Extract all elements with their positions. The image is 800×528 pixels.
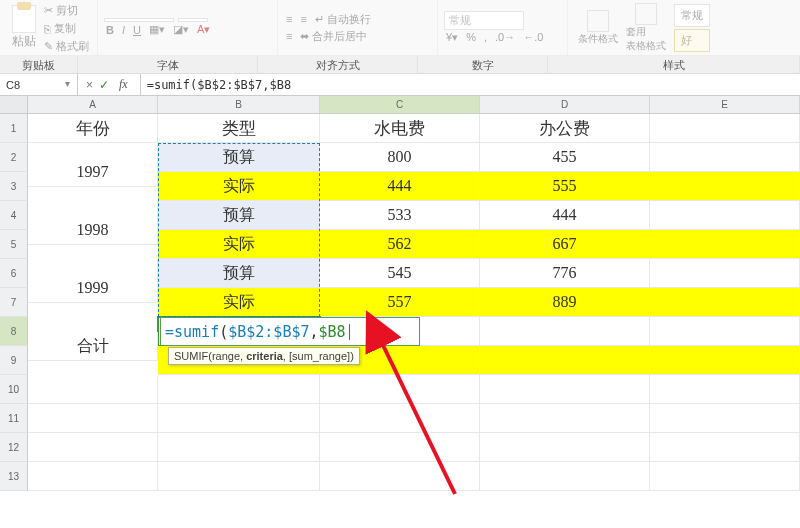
cond-format-button[interactable]: 条件格式 xyxy=(578,10,618,46)
row-header[interactable]: 6 xyxy=(0,259,28,288)
cell-A1[interactable]: 年份 xyxy=(28,114,158,143)
fill-color-button[interactable]: ◪▾ xyxy=(171,22,191,37)
dec-decimal-button[interactable]: ←.0 xyxy=(521,30,545,44)
column-header-row: A B C D E xyxy=(0,96,800,114)
cell-E2[interactable] xyxy=(650,143,800,172)
fx-icon[interactable]: fx xyxy=(115,77,132,92)
format-painter-button[interactable]: ✎ 格式刷 xyxy=(42,38,91,55)
cell-A5-merged[interactable]: 1998 xyxy=(28,216,158,245)
cell-E3[interactable] xyxy=(650,172,800,201)
cell-C3[interactable]: 444 xyxy=(320,172,480,201)
cond-format-icon xyxy=(587,10,609,32)
ribbon: 粘贴 ✂ 剪切 ⎘ 复制 ✎ 格式刷 B I U ▦▾ ◪▾ xyxy=(0,0,800,56)
merge-button[interactable]: ⬌合并后居中 xyxy=(298,28,369,45)
row-header[interactable]: 11 xyxy=(0,404,28,433)
row-header[interactable]: 5 xyxy=(0,230,28,259)
cell-A9-merged[interactable]: 合计 xyxy=(28,332,158,361)
cell-B6[interactable]: 预算 xyxy=(158,259,320,288)
cell-D6[interactable]: 776 xyxy=(480,259,650,288)
text-cursor xyxy=(349,324,350,340)
spreadsheet-grid[interactable]: 1 年份 类型 水电费 办公费 2 预算 800 455 3 1997 实际 4… xyxy=(0,114,800,491)
cell-B7[interactable]: 实际 xyxy=(158,288,320,317)
wrap-button[interactable]: ↵自动换行 xyxy=(313,11,373,28)
align-mid-button[interactable]: ≡ xyxy=(298,12,308,26)
cell-D2[interactable]: 455 xyxy=(480,143,650,172)
brush-icon: ✎ xyxy=(44,40,53,53)
cell-E7[interactable] xyxy=(650,288,800,317)
cell-editor[interactable]: =sumif($B$2:$B$7,$B8 xyxy=(160,317,420,346)
cell-E8[interactable] xyxy=(650,317,800,346)
italic-button[interactable]: I xyxy=(120,23,127,37)
name-box[interactable]: C8 ▾ xyxy=(0,74,78,95)
confirm-formula-button[interactable]: ✓ xyxy=(99,78,109,92)
underline-button[interactable]: U xyxy=(131,23,143,37)
cell-B2[interactable]: 预算 xyxy=(158,143,320,172)
table-format-button[interactable]: 套用 表格格式 xyxy=(626,3,666,53)
col-header-E[interactable]: E xyxy=(650,96,800,113)
cell-B1[interactable]: 类型 xyxy=(158,114,320,143)
paste-label: 粘贴 xyxy=(12,33,36,50)
cell-B5[interactable]: 实际 xyxy=(158,230,320,259)
col-header-B[interactable]: B xyxy=(158,96,320,113)
row-header[interactable]: 8 xyxy=(0,317,28,346)
cell-style-good[interactable]: 好 xyxy=(674,29,710,52)
ribbon-section-labels: 剪贴板 字体 对齐方式 数字 样式 xyxy=(0,56,800,74)
cell-C5[interactable]: 562 xyxy=(320,230,480,259)
col-header-A[interactable]: A xyxy=(28,96,158,113)
select-all-corner[interactable] xyxy=(0,96,28,113)
number-format-select[interactable]: 常规 xyxy=(444,11,524,30)
cell-D4[interactable]: 444 xyxy=(480,201,650,230)
cell-E5[interactable] xyxy=(650,230,800,259)
name-box-dropdown-icon[interactable]: ▾ xyxy=(65,78,75,90)
paste-button[interactable]: 粘贴 xyxy=(6,2,42,53)
row-header[interactable]: 2 xyxy=(0,143,28,172)
cell-B3[interactable]: 实际 xyxy=(158,172,320,201)
cell-D8[interactable] xyxy=(480,317,650,346)
row-header[interactable]: 4 xyxy=(0,201,28,230)
cell-C2[interactable]: 800 xyxy=(320,143,480,172)
clipboard-icon xyxy=(12,5,36,33)
function-tooltip: SUMIF(range, criteria, [sum_range]) xyxy=(168,347,360,365)
percent-button[interactable]: % xyxy=(464,30,478,44)
cell-D7[interactable]: 889 xyxy=(480,288,650,317)
col-header-D[interactable]: D xyxy=(480,96,650,113)
formula-bar-input[interactable]: =sumif($B$2:$B$7,$B8 xyxy=(141,74,800,95)
cell-D3[interactable]: 555 xyxy=(480,172,650,201)
align-left-button[interactable]: ≡ xyxy=(284,29,294,43)
cell-D9[interactable] xyxy=(480,346,650,375)
cell-A7-merged[interactable]: 1999 xyxy=(28,274,158,303)
inc-decimal-button[interactable]: .0→ xyxy=(493,30,517,44)
copy-button[interactable]: ⎘ 复制 xyxy=(42,20,91,37)
comma-button[interactable]: , xyxy=(482,30,489,44)
font-color-button[interactable]: A▾ xyxy=(195,22,212,37)
cell-B4[interactable]: 预算 xyxy=(158,201,320,230)
row-header[interactable]: 12 xyxy=(0,433,28,462)
cell-D5[interactable]: 667 xyxy=(480,230,650,259)
cell-E4[interactable] xyxy=(650,201,800,230)
cell-C4[interactable]: 533 xyxy=(320,201,480,230)
cell-E6[interactable] xyxy=(650,259,800,288)
bold-button[interactable]: B xyxy=(104,23,116,37)
cell-E1[interactable] xyxy=(650,114,800,143)
cancel-formula-button[interactable]: × xyxy=(86,78,93,92)
row-header[interactable]: 1 xyxy=(0,114,28,143)
cell-style-normal[interactable]: 常规 xyxy=(674,4,710,27)
cell-C6[interactable]: 545 xyxy=(320,259,480,288)
col-header-C[interactable]: C xyxy=(320,96,480,113)
row-header[interactable]: 13 xyxy=(0,462,28,491)
row-header[interactable]: 7 xyxy=(0,288,28,317)
cell-D1[interactable]: 办公费 xyxy=(480,114,650,143)
cell-C7[interactable]: 557 xyxy=(320,288,480,317)
currency-button[interactable]: ¥▾ xyxy=(444,30,460,45)
row-header[interactable]: 3 xyxy=(0,172,28,201)
align-top-button[interactable]: ≡ xyxy=(284,12,294,26)
border-button[interactable]: ▦▾ xyxy=(147,22,167,37)
cell-C1[interactable]: 水电费 xyxy=(320,114,480,143)
row-header[interactable]: 10 xyxy=(0,375,28,404)
wrap-icon: ↵ xyxy=(315,13,324,26)
cell-A3-merged[interactable]: 1997 xyxy=(28,158,158,187)
copy-icon: ⎘ xyxy=(44,23,51,35)
cell-E9[interactable] xyxy=(650,346,800,375)
row-header[interactable]: 9 xyxy=(0,346,28,375)
cut-button[interactable]: ✂ 剪切 xyxy=(42,2,91,19)
